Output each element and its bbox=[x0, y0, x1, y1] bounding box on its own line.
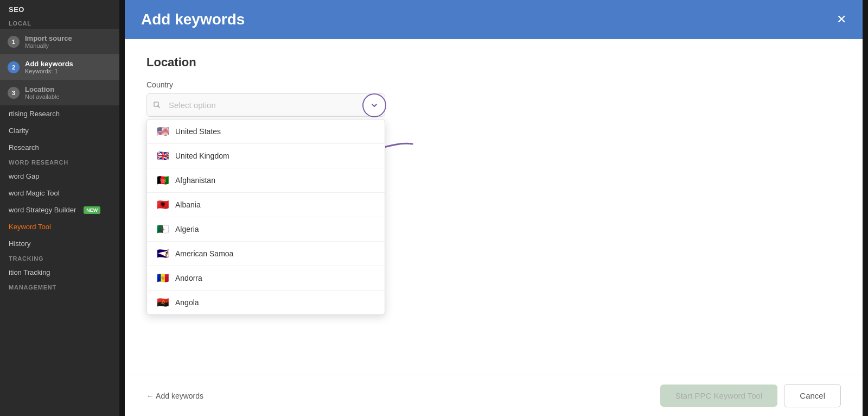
dropdown-item-al[interactable]: 🇦🇱 Albania bbox=[147, 193, 385, 217]
sidebar-item-word-magic-tool[interactable]: word Magic Tool bbox=[0, 185, 119, 201]
sidebar: SEO Local 1 Import source Manually 2 Add… bbox=[0, 0, 119, 416]
flag-dz: 🇩🇿 bbox=[157, 224, 169, 234]
dropdown-inner: 🇺🇸 United States 🇬🇧 United Kingdom 🇦🇫 Af… bbox=[147, 119, 385, 314]
wizard-steps: 1 Import source Manually 2 Add keywords … bbox=[0, 29, 119, 105]
country-select-input[interactable]: Select option bbox=[146, 93, 385, 117]
dropdown-item-us[interactable]: 🇺🇸 United States bbox=[147, 119, 385, 144]
country-name-ao: Angola bbox=[175, 298, 199, 307]
wizard-step-3[interactable]: 3 Location Not available bbox=[0, 80, 119, 105]
modal-footer: ← Add keywords Start PPC Keyword Tool Ca… bbox=[125, 375, 863, 416]
search-icon bbox=[153, 101, 162, 110]
dropdown-item-as[interactable]: 🇦🇸 American Samoa bbox=[147, 242, 385, 266]
dropdown-item-af[interactable]: 🇦🇫 Afghanistan bbox=[147, 168, 385, 193]
sidebar-item-history[interactable]: History bbox=[0, 235, 119, 252]
flag-uk: 🇬🇧 bbox=[157, 151, 169, 161]
sidebar-item-label: History bbox=[9, 239, 30, 248]
footer-actions: Start PPC Keyword Tool Cancel bbox=[660, 384, 841, 407]
country-label: Country bbox=[146, 80, 841, 89]
step-text-2: Add keywords Keywords: 1 bbox=[25, 60, 73, 74]
sidebar-item-label: ition Tracking bbox=[9, 268, 50, 276]
sidebar-item-word-strategy-builder[interactable]: word Strategy Builder new bbox=[0, 201, 119, 218]
modal-header: Add keywords ✕ bbox=[125, 0, 863, 39]
country-name-al: Albania bbox=[175, 200, 201, 209]
country-name-dz: Algeria bbox=[175, 225, 199, 234]
country-name-uk: United Kingdom bbox=[175, 152, 229, 160]
sidebar-item-clarity[interactable]: Clarity bbox=[0, 122, 119, 139]
country-name-af: Afghanistan bbox=[175, 176, 215, 185]
dropdown-item-ad[interactable]: 🇦🇩 Andorra bbox=[147, 266, 385, 291]
sidebar-item-label: word Gap bbox=[9, 172, 39, 180]
step-text-3: Location Not available bbox=[25, 85, 60, 100]
flag-us: 🇺🇸 bbox=[157, 127, 169, 136]
back-button[interactable]: ← Add keywords bbox=[146, 392, 203, 400]
wizard-step-2[interactable]: 2 Add keywords Keywords: 1 bbox=[0, 54, 119, 80]
country-name-ad: Andorra bbox=[175, 274, 202, 282]
sidebar-item-word-gap[interactable]: word Gap bbox=[0, 168, 119, 185]
country-select-wrapper: Select option 🇺🇸 United States bbox=[146, 93, 385, 117]
dropdown-item-dz[interactable]: 🇩🇿 Algeria bbox=[147, 217, 385, 242]
sidebar-item-label: word Strategy Builder bbox=[9, 206, 76, 214]
sidebar-management-label: MANAGEMENT bbox=[0, 281, 119, 293]
modal-overlay: Add keywords ✕ Location Country Select o… bbox=[119, 0, 868, 416]
sidebar-item-label: word Magic Tool bbox=[9, 189, 60, 197]
country-name-us: United States bbox=[175, 127, 221, 136]
dropdown-item-ao[interactable]: 🇦🇴 Angola bbox=[147, 291, 385, 314]
sidebar-item-label: Keyword Tool bbox=[9, 223, 51, 231]
flag-ad: 🇦🇩 bbox=[157, 273, 169, 283]
country-dropdown: 🇺🇸 United States 🇬🇧 United Kingdom 🇦🇫 Af… bbox=[146, 119, 385, 315]
modal: Add keywords ✕ Location Country Select o… bbox=[125, 0, 863, 416]
modal-close-button[interactable]: ✕ bbox=[837, 14, 846, 26]
sidebar-item-label: Research bbox=[9, 143, 39, 152]
new-badge: new bbox=[84, 206, 100, 214]
sidebar-word-research-label: WORD RESEARCH bbox=[0, 156, 119, 168]
start-ppc-button[interactable]: Start PPC Keyword Tool bbox=[660, 385, 778, 407]
sidebar-seo-label: SEO bbox=[0, 0, 119, 17]
sidebar-item-keyword-tool[interactable]: Keyword Tool bbox=[0, 218, 119, 235]
modal-title: Add keywords bbox=[141, 11, 245, 28]
flag-ao: 🇦🇴 bbox=[157, 298, 169, 307]
wizard-step-1[interactable]: 1 Import source Manually bbox=[0, 29, 119, 54]
sidebar-local-label: Local bbox=[0, 17, 119, 29]
chevron-down-icon[interactable] bbox=[362, 93, 386, 117]
sidebar-item-label: Clarity bbox=[9, 127, 29, 135]
sidebar-item-position-tracking[interactable]: ition Tracking bbox=[0, 264, 119, 281]
dropdown-item-uk[interactable]: 🇬🇧 United Kingdom bbox=[147, 144, 385, 168]
step-text-1: Import source Manually bbox=[25, 34, 72, 49]
step-number-1: 1 bbox=[8, 36, 20, 48]
modal-body: Location Country Select option bbox=[125, 39, 863, 375]
step-number-2: 2 bbox=[8, 61, 20, 73]
flag-al: 🇦🇱 bbox=[157, 200, 169, 210]
sidebar-tracking-label: TRACKING bbox=[0, 252, 119, 264]
location-title: Location bbox=[146, 55, 841, 70]
sidebar-item-research[interactable]: Research bbox=[0, 139, 119, 156]
flag-as: 🇦🇸 bbox=[157, 249, 169, 259]
sidebar-item-advertising-research[interactable]: rtising Research bbox=[0, 105, 119, 122]
country-name-as: American Samoa bbox=[175, 249, 233, 258]
cancel-button[interactable]: Cancel bbox=[784, 384, 841, 407]
step-number-3: 3 bbox=[8, 87, 20, 99]
flag-af: 🇦🇫 bbox=[157, 175, 169, 185]
sidebar-item-label: rtising Research bbox=[9, 110, 60, 118]
